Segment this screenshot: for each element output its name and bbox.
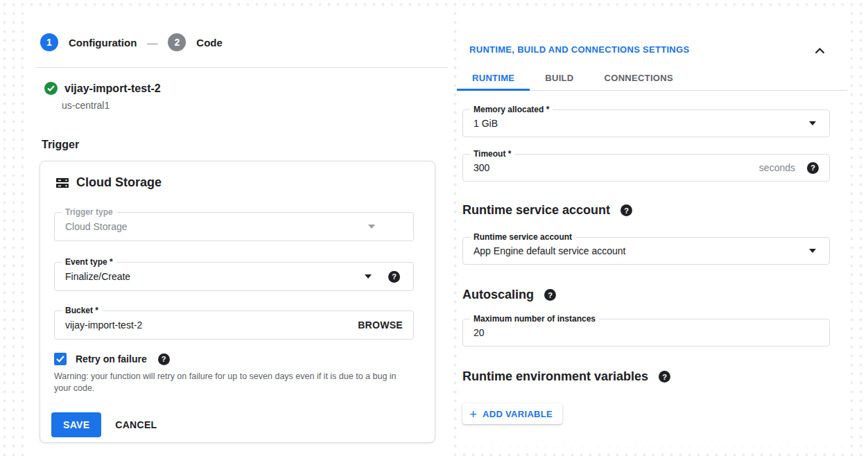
max-instances-label: Maximum number of instances: [470, 314, 599, 324]
service-account-select[interactable]: Runtime service account App Engine defau…: [462, 237, 830, 265]
timeout-field[interactable]: Timeout * 300 seconds ?: [462, 154, 830, 182]
event-type-value: Finalize/Create: [65, 271, 130, 282]
cancel-button[interactable]: CANCEL: [115, 419, 157, 430]
step-1-label[interactable]: Configuration: [69, 37, 137, 49]
timeout-label: Timeout *: [470, 149, 514, 159]
max-instances-field[interactable]: Maximum number of instances 20: [462, 319, 830, 347]
success-check-icon: [44, 82, 58, 95]
env-vars-help-icon[interactable]: ?: [659, 371, 670, 383]
function-name: vijay-import-test-2: [64, 82, 161, 95]
timeout-unit: seconds: [759, 162, 795, 173]
event-type-help-icon[interactable]: ?: [388, 271, 400, 283]
service-account-help-icon[interactable]: ?: [620, 204, 632, 216]
settings-expander-header[interactable]: RUNTIME, BUILD AND CONNECTIONS SETTINGS: [469, 44, 689, 55]
trigger-card-actions: SAVE CANCEL: [51, 412, 157, 437]
trigger-type-value: Cloud Storage: [65, 221, 128, 232]
memory-allocated-label: Memory allocated *: [470, 105, 553, 114]
event-type-select[interactable]: Event type * Finalize/Create ?: [54, 262, 414, 291]
stepper-divider: [36, 67, 448, 68]
service-account-value: App Engine default service account: [474, 245, 625, 256]
memory-allocated-value: 1 GiB: [474, 118, 498, 129]
service-account-section: Runtime service account ?: [462, 203, 632, 218]
retry-label[interactable]: Retry on failure: [76, 353, 147, 365]
env-vars-section: Runtime environment variables ?: [462, 369, 670, 384]
stepper: 1 Configuration — 2 Code: [40, 33, 223, 51]
trigger-card-header: Cloud Storage: [55, 175, 162, 190]
retry-checkbox[interactable]: [54, 353, 67, 365]
tab-runtime[interactable]: RUNTIME: [457, 67, 530, 90]
step-1-circle[interactable]: 1: [40, 33, 58, 51]
plus-icon: +: [469, 407, 477, 421]
add-variable-label: ADD VARIABLE: [483, 409, 553, 419]
chevron-down-icon: [368, 225, 375, 229]
save-button[interactable]: SAVE: [51, 412, 101, 437]
function-summary: vijay-import-test-2: [44, 82, 161, 95]
trigger-type-select: Trigger type Cloud Storage: [54, 212, 414, 241]
timeout-value[interactable]: 300: [474, 162, 489, 173]
chevron-down-icon: [365, 274, 372, 279]
trigger-card: Cloud Storage Trigger type Cloud Storage…: [40, 161, 435, 443]
max-instances-value[interactable]: 20: [474, 327, 485, 338]
bucket-field[interactable]: Bucket * vijay-import-test-2 BROWSE: [54, 310, 414, 340]
timeout-help-icon[interactable]: ?: [807, 162, 819, 174]
bucket-label: Bucket *: [62, 306, 102, 315]
bucket-value[interactable]: vijay-import-test-2: [65, 319, 142, 331]
retry-row: Retry on failure ?: [54, 353, 170, 365]
browse-button[interactable]: BROWSE: [358, 319, 403, 331]
settings-tabs: RUNTIME BUILD CONNECTIONS: [457, 67, 847, 91]
autoscaling-help-icon[interactable]: ?: [544, 289, 556, 301]
step-2-circle[interactable]: 2: [168, 33, 186, 51]
service-account-heading: Runtime service account: [462, 203, 610, 218]
event-type-label: Event type *: [62, 257, 116, 267]
env-vars-heading: Runtime environment variables: [462, 369, 648, 384]
runtime-settings-panel: RUNTIME, BUILD AND CONNECTIONS SETTINGS …: [457, 8, 847, 447]
trigger-type-label: Trigger type: [62, 207, 116, 217]
tab-build[interactable]: BUILD: [530, 67, 589, 90]
trigger-section-title: Trigger: [42, 139, 79, 151]
tab-connections[interactable]: CONNECTIONS: [589, 67, 688, 90]
function-region: us-central1: [62, 100, 110, 111]
chevron-down-icon: [809, 121, 816, 125]
autoscaling-section: Autoscaling ?: [462, 288, 556, 302]
add-variable-button[interactable]: + ADD VARIABLE: [462, 403, 562, 424]
trigger-card-title: Cloud Storage: [76, 175, 162, 190]
autoscaling-heading: Autoscaling: [462, 288, 534, 302]
configuration-panel: 1 Configuration — 2 Code vijay-import-te…: [29, 8, 448, 456]
stepper-separator: —: [147, 37, 157, 49]
service-account-label: Runtime service account: [470, 232, 575, 242]
memory-allocated-select[interactable]: Memory allocated * 1 GiB: [462, 109, 830, 137]
chevron-up-icon[interactable]: [815, 44, 825, 57]
step-2-label[interactable]: Code: [196, 37, 223, 49]
cloud-storage-icon: [55, 177, 69, 189]
chevron-down-icon: [809, 249, 816, 253]
retry-warning-text: Warning: your function will retry on fai…: [54, 371, 412, 394]
retry-help-icon[interactable]: ?: [158, 353, 170, 365]
